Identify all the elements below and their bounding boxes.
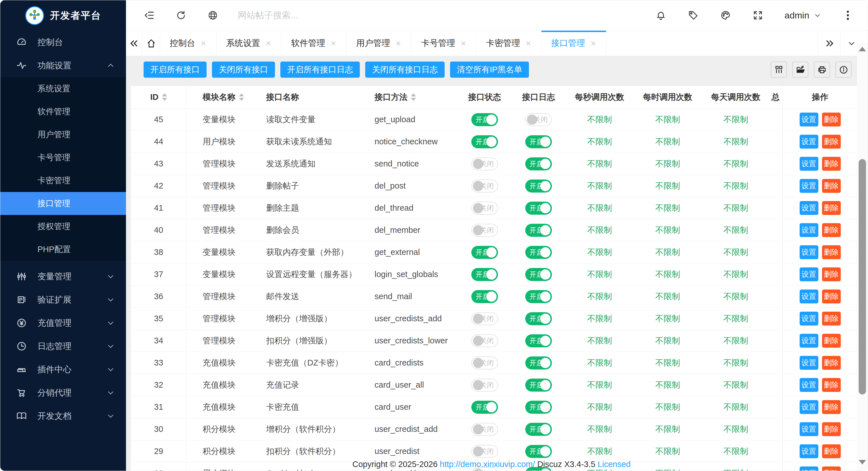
tab-系统设置[interactable]: 系统设置 — [217, 31, 281, 56]
set-button[interactable]: 设置 — [800, 400, 818, 414]
home-tab-button[interactable] — [143, 31, 160, 56]
status-toggle[interactable]: 关闭 — [471, 179, 498, 193]
sidebar-item-0[interactable]: 控制台 — [0, 31, 126, 54]
scrollbar-thumb[interactable] — [859, 159, 866, 395]
sidebar-subitem[interactable]: 授权管理 — [0, 215, 126, 238]
toolbar-action-button-2[interactable]: 开启所有接口日志 — [280, 62, 360, 78]
toolbar-action-button-1[interactable]: 关闭所有接口 — [212, 62, 275, 78]
log-toggle[interactable]: 开启 — [525, 334, 552, 347]
sidebar-subitem[interactable]: 软件管理 — [0, 100, 126, 123]
toolbar-action-button-4[interactable]: 清空所有IP黑名单 — [450, 62, 529, 78]
set-button[interactable]: 设置 — [800, 223, 818, 237]
set-button[interactable]: 设置 — [800, 112, 818, 127]
status-toggle[interactable]: 开启 — [471, 290, 498, 303]
status-toggle[interactable]: 关闭 — [471, 312, 498, 325]
delete-button[interactable]: 删除 — [822, 444, 841, 458]
palette-icon[interactable] — [720, 10, 731, 21]
user-menu[interactable]: admin — [784, 10, 821, 21]
refresh-icon[interactable] — [175, 10, 187, 21]
status-toggle[interactable]: 开启 — [471, 246, 498, 259]
sidebar-item-6[interactable]: 插件中心 — [0, 358, 126, 381]
log-toggle[interactable]: 开启 — [525, 401, 552, 414]
close-icon[interactable] — [265, 40, 272, 46]
log-toggle[interactable]: 开启 — [525, 357, 552, 369]
print-icon[interactable] — [814, 62, 830, 78]
fullscreen-icon[interactable] — [752, 10, 764, 21]
sidebar-item-2[interactable]: 变量管理 — [0, 265, 126, 288]
sort-icon[interactable] — [411, 93, 416, 101]
tag-icon[interactable] — [687, 10, 699, 21]
tabs-scroll-left-button[interactable] — [126, 31, 143, 56]
close-icon[interactable] — [460, 40, 466, 46]
set-button[interactable]: 设置 — [800, 135, 818, 148]
sidebar-item-3[interactable]: 验证扩展 — [0, 288, 126, 311]
delete-button[interactable]: 删除 — [822, 334, 841, 348]
close-icon[interactable] — [200, 40, 207, 46]
log-toggle[interactable]: 开启 — [525, 268, 552, 281]
export-icon[interactable] — [792, 62, 808, 78]
set-button[interactable]: 设置 — [800, 267, 818, 281]
licensed-link[interactable]: Licensed — [597, 460, 630, 469]
set-button[interactable]: 设置 — [800, 245, 818, 259]
demo-link[interactable]: http://demo.xinxiuvip.com/ — [440, 460, 535, 469]
sort-icon[interactable] — [239, 93, 244, 101]
close-icon[interactable] — [395, 40, 402, 46]
delete-button[interactable]: 删除 — [822, 201, 841, 215]
sidebar-subitem[interactable]: 卡密管理 — [0, 169, 126, 192]
scrollbar-up-arrow-icon[interactable] — [859, 47, 866, 51]
sidebar-item-7[interactable]: 分销代理 — [0, 381, 126, 404]
log-toggle[interactable]: 开启 — [525, 135, 552, 148]
delete-button[interactable]: 删除 — [822, 356, 841, 370]
set-button[interactable]: 设置 — [800, 334, 818, 348]
delete-button[interactable]: 删除 — [822, 135, 841, 148]
status-toggle[interactable]: 关闭 — [471, 224, 498, 237]
delete-button[interactable]: 删除 — [822, 245, 841, 259]
tab-用户管理[interactable]: 用户管理 — [346, 31, 411, 56]
status-toggle[interactable]: 开启 — [471, 113, 498, 126]
delete-button[interactable]: 删除 — [822, 312, 841, 326]
delete-button[interactable]: 删除 — [822, 267, 841, 281]
delete-button[interactable]: 删除 — [822, 179, 841, 193]
log-toggle[interactable]: 关闭 — [525, 113, 552, 126]
sidebar-item-5[interactable]: 日志管理 — [0, 335, 126, 358]
set-button[interactable]: 设置 — [800, 312, 818, 326]
globe-icon[interactable] — [207, 10, 218, 21]
kebab-menu-icon[interactable] — [842, 10, 854, 21]
columns-icon[interactable] — [771, 62, 787, 78]
tab-控制台[interactable]: 控制台 — [160, 31, 217, 56]
delete-button[interactable]: 删除 — [822, 290, 841, 303]
status-toggle[interactable]: 开启 — [471, 135, 498, 148]
log-toggle[interactable]: 开启 — [525, 202, 552, 215]
collapse-icon[interactable] — [144, 10, 155, 21]
delete-button[interactable]: 删除 — [822, 400, 841, 414]
set-button[interactable]: 设置 — [800, 157, 818, 171]
log-toggle[interactable]: 开启 — [525, 378, 552, 392]
close-icon[interactable] — [525, 40, 531, 46]
delete-button[interactable]: 删除 — [822, 157, 841, 171]
set-button[interactable]: 设置 — [800, 201, 818, 215]
status-toggle[interactable]: 关闭 — [471, 423, 498, 436]
status-toggle[interactable]: 关闭 — [471, 357, 498, 369]
set-button[interactable]: 设置 — [800, 290, 818, 303]
log-toggle[interactable]: 开启 — [525, 246, 552, 259]
status-toggle[interactable]: 关闭 — [471, 445, 498, 458]
delete-button[interactable]: 删除 — [822, 422, 841, 436]
log-toggle[interactable]: 开启 — [525, 312, 552, 325]
sort-icon[interactable] — [162, 93, 167, 101]
delete-button[interactable]: 删除 — [822, 223, 841, 237]
status-toggle[interactable]: 关闭 — [471, 202, 498, 215]
status-toggle[interactable]: 关闭 — [471, 334, 498, 347]
set-button[interactable]: 设置 — [800, 179, 818, 193]
status-toggle[interactable]: 关闭 — [471, 157, 498, 170]
status-toggle[interactable]: 开启 — [471, 401, 498, 414]
toolbar-action-button-0[interactable]: 开启所有接口 — [144, 62, 207, 78]
column-header-1[interactable]: 模块名称 — [187, 86, 258, 108]
status-toggle[interactable]: 关闭 — [471, 378, 498, 392]
tabs-scroll-right-button[interactable] — [818, 31, 840, 56]
tab-卡密管理[interactable]: 卡密管理 — [476, 31, 541, 56]
tab-软件管理[interactable]: 软件管理 — [281, 31, 346, 56]
set-button[interactable]: 设置 — [800, 444, 818, 458]
sidebar-subitem[interactable]: PHP配置 — [0, 238, 126, 261]
sidebar-item-4[interactable]: 充值管理 — [0, 311, 126, 335]
sidebar-subitem-active[interactable]: 接口管理 — [0, 192, 126, 215]
